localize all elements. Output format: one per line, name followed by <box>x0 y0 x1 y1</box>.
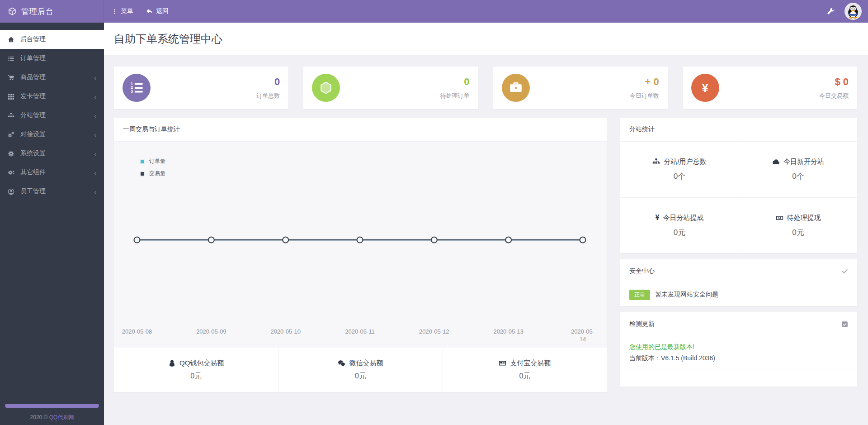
qq-wallet-total: QQ钱包交易额 0元 <box>114 348 278 392</box>
substation-stats-panel: 分站统计 分站/用户总数 0个 <box>620 118 857 253</box>
weekly-chart-svg <box>114 142 607 348</box>
payment-label: QQ钱包交易额 <box>179 359 224 368</box>
sidebar-item-staff[interactable]: 员工管理 <box>0 182 104 201</box>
money-icon <box>776 214 783 222</box>
ellipsis-v-icon <box>112 9 118 14</box>
payment-value: 0元 <box>519 372 530 381</box>
wrench-icon[interactable] <box>827 8 835 15</box>
x-axis-tick-label: 2020-05-11 <box>345 328 375 335</box>
cube-logo-icon <box>8 7 16 15</box>
check-icon[interactable] <box>842 268 848 274</box>
stat-card-total-orders: 0 订单总数 <box>114 67 288 109</box>
stat-value: 0 <box>256 76 280 88</box>
wechat-icon <box>338 359 345 367</box>
sidebar-item-label: 商品管理 <box>20 73 46 81</box>
sidebar-item-substations[interactable]: 分站管理 <box>0 106 104 125</box>
sidebar-decor-bar <box>5 404 99 408</box>
x-axis-tick-label: 2020-05-13 <box>493 328 524 335</box>
security-message: 暂未发现网站安全问题 <box>655 291 718 299</box>
sidebar-item-other-components[interactable]: 其它组件 <box>0 163 104 182</box>
stat-cards-row: 0 订单总数 0 待处理订单 + 0 今日订单数 <box>114 67 857 109</box>
topbar: 管理后台 菜单 返回 <box>0 0 868 23</box>
app-title: 管理后台 <box>21 6 54 17</box>
x-axis-tick-label: 2020-05-12 <box>419 328 449 335</box>
chevron-left-icon <box>94 131 96 138</box>
sitemap-icon <box>8 112 14 119</box>
user-avatar[interactable] <box>844 3 862 20</box>
stat-label: 待处理订单 <box>440 92 470 100</box>
chevron-left-icon <box>94 112 96 119</box>
weekly-panel-title: 一周交易与订单统计 <box>123 125 180 134</box>
x-axis-tick-label: 2020-05-14 <box>568 328 598 343</box>
weekly-panel-header: 一周交易与订单统计 <box>114 118 607 142</box>
legend-label: 交易量 <box>149 170 165 177</box>
stat-value: + 0 <box>630 76 659 88</box>
user-icon <box>8 188 14 195</box>
update-panel-footer <box>620 369 857 387</box>
legend-item-transactions[interactable]: 交易量 <box>140 170 165 177</box>
payment-label: 微信交易额 <box>349 359 383 368</box>
sidebar-item-label: 后台管理 <box>20 35 46 43</box>
stat-card-today-revenue: ¥ $ 0 今日交易额 <box>683 67 857 109</box>
x-axis-tick-label: 2020-05-08 <box>122 328 152 335</box>
stat-card-pending-orders: 0 待处理订单 <box>303 67 478 109</box>
substation-panel-title: 分站统计 <box>629 125 655 134</box>
sidebar-item-dashboard[interactable]: 后台管理 <box>0 30 104 49</box>
stat-value: 0 <box>440 76 470 88</box>
pending-withdrawals-cell: 待处理提现 0元 <box>739 197 857 253</box>
checkbox-icon[interactable] <box>841 321 848 328</box>
legend-label: 订单量 <box>149 158 165 165</box>
sidebar-item-label: 系统设置 <box>20 149 46 158</box>
security-center-panel: 安全中心 正常 暂未发现网站安全问题 <box>620 259 857 306</box>
substation-users-cell: 分站/用户总数 0个 <box>620 142 739 197</box>
brand: 管理后台 <box>0 0 104 23</box>
cogs-icon <box>8 131 14 138</box>
page-title-bar: 自助下单系统管理中心 <box>104 23 868 55</box>
chevron-left-icon <box>94 169 96 176</box>
update-panel-title: 检测更新 <box>629 320 655 328</box>
substation-commission-cell: ¥ 今日分站提成 0元 <box>620 197 739 253</box>
sidebar-item-products[interactable]: 商品管理 <box>0 68 104 87</box>
sidebar-item-label: 其它组件 <box>20 168 46 177</box>
update-check-panel: 检测更新 您使用的已是最新版本! 当前版本：V6.1.5 (Build 2036… <box>620 312 857 387</box>
chevron-left-icon <box>94 150 96 157</box>
stat-label: 今日订单数 <box>630 92 659 100</box>
sidebar-item-label: 订单管理 <box>20 54 46 62</box>
chevron-left-icon <box>94 93 96 100</box>
main-content: 自助下单系统管理中心 0 订单总数 0 待处理订单 <box>104 23 868 425</box>
weekly-chart: 订单量 交易量 2020-05-082020-05-092020-05-1020… <box>114 142 607 348</box>
status-badge: 正常 <box>629 290 650 300</box>
payment-value: 0元 <box>355 372 366 381</box>
stat-label: 订单总数 <box>256 92 280 100</box>
legend-swatch-icon <box>140 159 145 164</box>
sidebar-item-system-settings[interactable]: 系统设置 <box>0 144 104 163</box>
sidebar-item-card-issuing[interactable]: 发卡管理 <box>0 87 104 106</box>
sidebar-item-orders[interactable]: 订单管理 <box>0 49 104 68</box>
stat-card-today-orders: + 0 今日订单数 <box>493 67 668 109</box>
legend-swatch-icon <box>140 171 145 177</box>
right-column: 分站统计 分站/用户总数 0个 <box>620 118 857 387</box>
update-status-text: 您使用的已是最新版本! <box>629 341 848 353</box>
sidebar: 后台管理 订单管理 商品管理 发卡管理 分站管理 对接设置 系统设置 <box>0 23 104 425</box>
components-icon <box>8 169 14 176</box>
qq-penguin-avatar-image <box>845 4 861 19</box>
menu-toggle-label: 菜单 <box>121 7 133 15</box>
legend-item-orders[interactable]: 订单量 <box>140 158 165 165</box>
yen-icon: ¥ <box>656 214 660 222</box>
back-link[interactable]: 返回 <box>146 7 169 15</box>
alipay-total: 支付宝交易额 0元 <box>443 348 607 392</box>
grid-icon <box>8 93 14 100</box>
page-title: 自助下单系统管理中心 <box>114 32 222 46</box>
sidebar-item-label: 分站管理 <box>20 111 46 119</box>
home-icon <box>8 36 14 43</box>
site-link[interactable]: QQ代刷网 <box>49 414 74 420</box>
copyright-text: 2020 © <box>30 414 48 420</box>
sidebar-item-label: 发卡管理 <box>20 92 46 100</box>
ordered-list-icon <box>123 74 151 102</box>
weekly-stats-panel: 一周交易与订单统计 订单量 交易量 2020-05-082 <box>114 118 607 392</box>
payment-value: 0元 <box>190 372 202 381</box>
hexagon-icon <box>312 74 340 102</box>
menu-toggle[interactable]: 菜单 <box>112 7 133 15</box>
sidebar-item-integration[interactable]: 对接设置 <box>0 125 104 144</box>
sitemap-icon <box>652 158 660 166</box>
